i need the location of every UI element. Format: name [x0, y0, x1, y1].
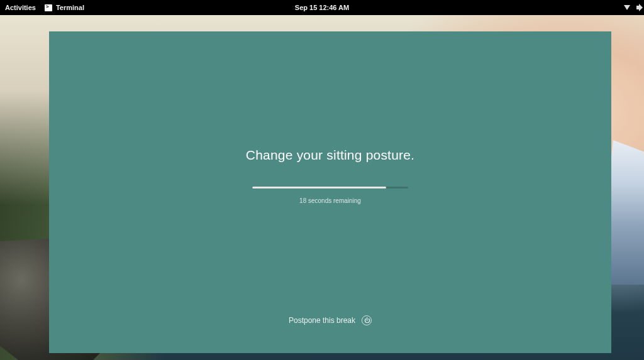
- volume-icon: [636, 6, 639, 9]
- break-progress: [252, 187, 408, 188]
- postpone-label: Postpone this break: [289, 316, 355, 325]
- activities-button[interactable]: Activities: [5, 4, 36, 11]
- top-bar-left: Activities Terminal: [5, 4, 84, 11]
- terminal-icon: [45, 4, 52, 11]
- break-remaining-text: 18 seconds remaining: [299, 197, 361, 204]
- break-message: Change your sitting posture.: [246, 148, 414, 163]
- power-icon: ⏻: [362, 315, 372, 325]
- status-area[interactable]: [624, 5, 639, 10]
- network-icon: [624, 5, 630, 10]
- postpone-break-button[interactable]: Postpone this break ⏻: [289, 315, 372, 325]
- app-menu[interactable]: Terminal: [45, 4, 84, 11]
- break-progress-fill: [252, 187, 386, 188]
- app-menu-label: Terminal: [56, 4, 84, 11]
- top-bar: Activities Terminal Sep 15 12:46 AM: [0, 0, 644, 15]
- break-overlay: Change your sitting posture. 18 seconds …: [49, 31, 611, 353]
- clock[interactable]: Sep 15 12:46 AM: [295, 4, 349, 11]
